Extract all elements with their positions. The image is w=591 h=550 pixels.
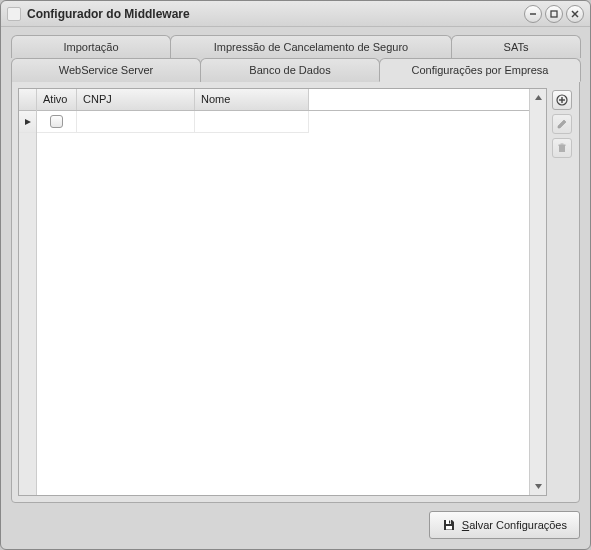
- chevron-down-icon: [534, 482, 543, 491]
- cell-nome[interactable]: [195, 111, 309, 133]
- save-button-label: Salvar Configurações: [462, 519, 567, 531]
- delete-button[interactable]: [552, 138, 572, 158]
- tab-label: SATs: [504, 41, 529, 53]
- grid-columns-area: Ativo CNPJ Nome: [37, 89, 529, 495]
- minimize-icon: [528, 9, 538, 19]
- grid-body[interactable]: [37, 111, 529, 495]
- side-toolbar: [551, 88, 573, 496]
- tab-sats[interactable]: SATs: [451, 35, 581, 58]
- maximize-icon: [549, 9, 559, 19]
- tab-configuracoes-empresa[interactable]: Configurações por Empresa: [379, 58, 581, 82]
- column-label: CNPJ: [83, 93, 112, 105]
- svg-rect-13: [446, 520, 451, 524]
- plus-icon: [556, 94, 568, 106]
- cell-cnpj[interactable]: [77, 111, 195, 133]
- grid-header: Ativo CNPJ Nome: [37, 89, 529, 111]
- column-label: Nome: [201, 93, 230, 105]
- vertical-scrollbar[interactable]: [529, 89, 546, 495]
- svg-rect-12: [561, 144, 564, 145]
- floppy-icon: [442, 518, 456, 532]
- app-window: Configurador do Middleware Importação Im…: [0, 0, 591, 550]
- tab-label: Importação: [63, 41, 118, 53]
- footer: Salvar Configurações: [11, 503, 580, 539]
- add-button[interactable]: [552, 90, 572, 110]
- close-button[interactable]: [566, 5, 584, 23]
- current-row-icon: [24, 118, 32, 126]
- tabs-row-1: Importação Impressão de Cancelamento de …: [11, 35, 580, 58]
- tab-label: Banco de Dados: [249, 64, 330, 76]
- data-grid[interactable]: Ativo CNPJ Nome: [18, 88, 547, 496]
- trash-icon: [556, 142, 568, 154]
- tab-webservice-server[interactable]: WebService Server: [11, 58, 201, 82]
- svg-rect-15: [449, 521, 450, 524]
- window-title: Configurador do Middleware: [27, 7, 524, 21]
- row-indicator[interactable]: [19, 111, 36, 133]
- scroll-up-arrow[interactable]: [532, 91, 545, 104]
- svg-rect-11: [559, 145, 566, 147]
- app-icon: [7, 7, 21, 21]
- maximize-button[interactable]: [545, 5, 563, 23]
- column-label: Ativo: [43, 93, 67, 105]
- svg-marker-5: [535, 95, 542, 100]
- minimize-button[interactable]: [524, 5, 542, 23]
- svg-rect-14: [446, 526, 452, 530]
- column-header-ativo[interactable]: Ativo: [37, 89, 77, 110]
- tabs-row-2: WebService Server Banco de Dados Configu…: [11, 58, 580, 82]
- cell-ativo[interactable]: [37, 111, 77, 133]
- svg-rect-1: [551, 11, 557, 17]
- close-icon: [570, 9, 580, 19]
- svg-marker-4: [25, 119, 31, 125]
- tab-importacao[interactable]: Importação: [11, 35, 171, 58]
- window-controls: [524, 5, 584, 23]
- edit-button[interactable]: [552, 114, 572, 134]
- tab-impressao-cancelamento[interactable]: Impressão de Cancelamento de Seguro: [170, 35, 452, 58]
- client-area: Importação Impressão de Cancelamento de …: [1, 27, 590, 549]
- save-button[interactable]: Salvar Configurações: [429, 511, 580, 539]
- tab-banco-de-dados[interactable]: Banco de Dados: [200, 58, 380, 82]
- svg-marker-6: [535, 484, 542, 489]
- tab-label: Configurações por Empresa: [412, 64, 549, 76]
- scroll-down-arrow[interactable]: [532, 480, 545, 493]
- tab-label: WebService Server: [59, 64, 154, 76]
- titlebar[interactable]: Configurador do Middleware: [1, 1, 590, 27]
- table-row[interactable]: [37, 111, 529, 133]
- chevron-up-icon: [534, 93, 543, 102]
- svg-rect-10: [559, 146, 565, 152]
- checkbox-ativo[interactable]: [50, 115, 63, 128]
- tab-panel: Ativo CNPJ Nome: [11, 81, 580, 503]
- tab-label: Impressão de Cancelamento de Seguro: [214, 41, 408, 53]
- pencil-icon: [556, 118, 568, 130]
- grid-corner: [19, 89, 36, 111]
- column-header-nome[interactable]: Nome: [195, 89, 309, 110]
- column-header-cnpj[interactable]: CNPJ: [77, 89, 195, 110]
- row-header-column: [19, 89, 37, 495]
